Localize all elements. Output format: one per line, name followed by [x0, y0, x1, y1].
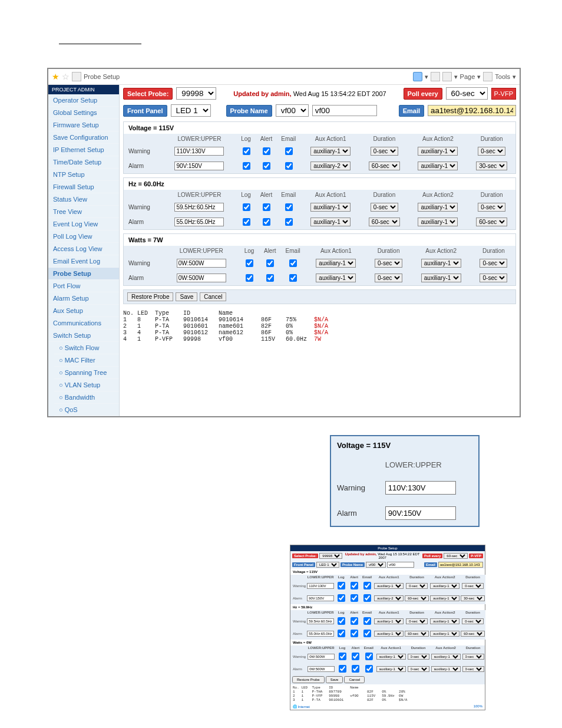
sidebar-item[interactable]: Poll Log View [48, 230, 119, 243]
s2-probe-name-dropdown[interactable]: vf00 [366, 562, 386, 568]
sidebar-item[interactable]: Probe Setup [48, 268, 119, 280]
range-input[interactable] [174, 203, 224, 212]
print-icon[interactable] [442, 72, 452, 81]
alert-checkbox[interactable] [266, 274, 274, 282]
sidebar-subitem[interactable]: ○ MAC Filter [54, 354, 119, 367]
zoom-alarm-input[interactable] [385, 506, 456, 520]
email-checkbox[interactable] [285, 147, 293, 155]
range-input[interactable] [174, 218, 224, 226]
dur1-select[interactable]: 60-sec [369, 218, 400, 226]
sidebar-item[interactable]: IP Ethernet Setup [48, 144, 119, 156]
log-checkbox[interactable] [243, 162, 250, 170]
home-icon[interactable] [413, 72, 422, 81]
front-panel-dropdown[interactable]: LED 1 [171, 104, 211, 117]
sidebar-item[interactable]: Tree View [48, 206, 119, 218]
dur2-select[interactable]: 0-sec [480, 274, 507, 282]
cancel-button[interactable]: Cancel [200, 292, 226, 301]
alert-checkbox[interactable] [263, 147, 270, 155]
log-checkbox[interactable] [246, 259, 253, 267]
sidebar-item[interactable]: Status View [48, 193, 119, 206]
s2-email-input[interactable] [438, 562, 483, 568]
sidebar-item[interactable]: Save Configuration [48, 131, 119, 144]
sidebar-item[interactable]: Aux Setup [48, 305, 119, 317]
aux2-select[interactable]: auxiliary-1 [418, 218, 458, 226]
aux1-select[interactable]: auxiliary-1 [310, 147, 351, 156]
aux1-select[interactable]: auxiliary-1 [310, 218, 351, 226]
sidebar-item[interactable]: Global Settings [48, 107, 119, 119]
log-checkbox[interactable] [243, 203, 250, 211]
log-checkbox[interactable] [243, 218, 250, 226]
email-checkbox[interactable] [289, 259, 297, 267]
dur2-select[interactable]: 60-sec [476, 218, 507, 226]
save-button[interactable]: Save [176, 292, 197, 301]
poll-every-dropdown[interactable]: 60-sec [446, 87, 488, 100]
dur2-select[interactable]: 30-sec [476, 162, 507, 170]
log-checkbox[interactable] [246, 274, 253, 282]
dur1-select[interactable]: 60-sec [369, 162, 400, 170]
sidebar-item[interactable]: NTP Setup [48, 169, 119, 181]
aux1-select[interactable]: auxiliary-1 [310, 203, 351, 212]
sidebar-subitem[interactable]: ○ Spanning Tree [54, 367, 119, 379]
dur2-select[interactable]: 0-sec [478, 147, 505, 156]
s2-cancel-button[interactable]: Cancel [344, 676, 365, 683]
sidebar-item[interactable]: Time/Date Setup [48, 156, 119, 169]
log-checkbox[interactable] [243, 147, 250, 155]
dur1-select[interactable]: 0-sec [375, 259, 402, 268]
sidebar-subitem[interactable]: ○ Switch Flow [54, 342, 119, 354]
email-input[interactable] [428, 105, 516, 116]
tools-menu[interactable]: Tools [495, 73, 510, 80]
sidebar-item[interactable]: Operator Setup [48, 94, 119, 107]
probe-name-dropdown[interactable]: vf00 [276, 104, 309, 117]
dur1-select[interactable]: 0-sec [375, 274, 402, 282]
restore-probe-button[interactable]: Restore Probe [127, 292, 173, 301]
feeds-icon[interactable] [431, 72, 440, 81]
alert-checkbox[interactable] [263, 203, 270, 211]
email-checkbox[interactable] [285, 203, 293, 211]
dur1-select[interactable]: 0-sec [371, 147, 398, 156]
aux1-select[interactable]: auxiliary-1 [316, 274, 356, 282]
sidebar-item[interactable]: Alarm Setup [48, 292, 119, 305]
sidebar-item[interactable]: Firewall Setup [48, 181, 119, 193]
sidebar-item[interactable]: Email Event Log [48, 255, 119, 268]
aux2-select[interactable]: auxiliary-1 [421, 274, 461, 282]
alert-checkbox[interactable] [266, 259, 274, 267]
s2-save-button[interactable]: Save [326, 676, 343, 683]
page-menu[interactable]: Page [460, 73, 475, 80]
s2-probe-name-input[interactable] [387, 562, 414, 568]
sidebar-subitem[interactable]: ○ QoS [54, 404, 119, 416]
aux2-select[interactable]: auxiliary-1 [418, 162, 458, 170]
sidebar-subitem[interactable]: ○ VLAN Setup [54, 379, 119, 391]
add-favorite-icon[interactable]: ☆ [62, 72, 70, 81]
s2-restore-button[interactable]: Restore Probe [292, 676, 325, 683]
email-checkbox[interactable] [289, 274, 297, 282]
alert-checkbox[interactable] [263, 162, 270, 170]
dur1-select[interactable]: 0-sec [371, 203, 398, 212]
s2-poll-every-dropdown[interactable]: 60-sec [444, 553, 468, 559]
select-probe-dropdown[interactable]: 99998 [176, 87, 216, 100]
sidebar-item[interactable]: Switch Setup [48, 330, 119, 342]
sidebar-item[interactable]: Access Log View [48, 243, 119, 255]
sidebar-item[interactable]: Event Log View [48, 218, 119, 230]
tools-icon[interactable] [483, 72, 492, 81]
sidebar-subitem[interactable]: ○ Bandwidth [54, 391, 119, 404]
email-checkbox[interactable] [285, 218, 293, 226]
email-checkbox[interactable] [285, 162, 293, 170]
dur2-select[interactable]: 0-sec [478, 203, 505, 212]
zoom-warning-input[interactable] [385, 481, 456, 495]
alert-checkbox[interactable] [263, 218, 270, 226]
aux2-select[interactable]: auxiliary-1 [418, 147, 458, 156]
aux2-select[interactable]: auxiliary-1 [421, 259, 461, 268]
probe-name-input[interactable] [312, 105, 377, 116]
sidebar-item[interactable]: Port Flow [48, 280, 119, 292]
range-input[interactable] [174, 147, 224, 156]
range-input[interactable] [177, 259, 226, 268]
aux1-select[interactable]: auxiliary-2 [310, 162, 351, 170]
aux2-select[interactable]: auxiliary-1 [418, 203, 458, 212]
aux1-select[interactable]: auxiliary-1 [316, 259, 356, 268]
sidebar-item[interactable]: Communications [48, 317, 119, 330]
favorite-icon[interactable]: ★ [52, 72, 59, 81]
s2-select-probe-dropdown[interactable]: 99998 [319, 553, 342, 559]
range-input[interactable] [174, 162, 224, 170]
sidebar-item[interactable]: Firmware Setup [48, 119, 119, 131]
range-input[interactable] [177, 274, 226, 282]
